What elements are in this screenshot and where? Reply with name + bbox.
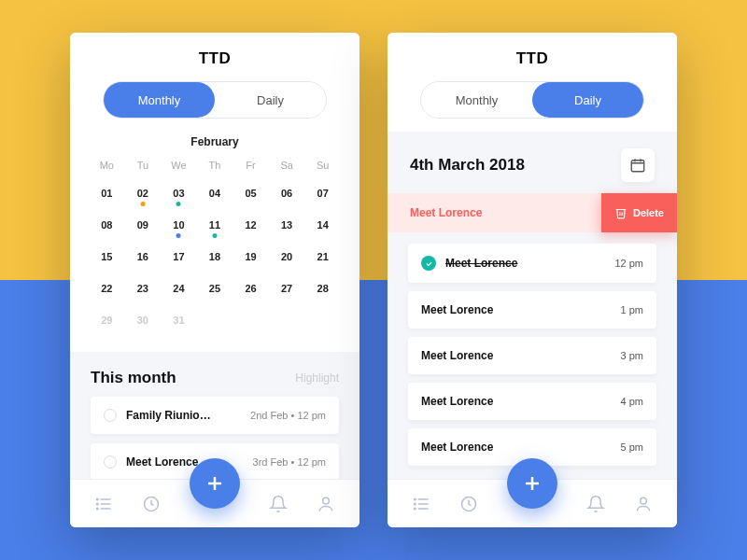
task-time: 3 pm <box>621 350 643 361</box>
svg-point-9 <box>323 497 330 504</box>
calendar-day-cell[interactable]: 23 <box>127 277 160 303</box>
daily-header: 4th March 2018 <box>388 132 677 193</box>
clock-icon <box>459 495 478 513</box>
calendar-day-cell[interactable]: 06 <box>271 182 303 208</box>
calendar-day-cell[interactable]: 15 <box>91 245 123 272</box>
daily-screen: TTD Monthly Daily 4th March 2018 Meet Lo… <box>388 33 677 527</box>
calendar-weekday-label: Sa <box>271 160 303 176</box>
calendar-day-cell[interactable]: 12 <box>234 214 267 240</box>
svg-point-21 <box>414 508 416 510</box>
task-time: 12 pm <box>614 258 643 269</box>
daily-toggle-button[interactable]: Daily <box>532 82 643 118</box>
bell-icon <box>269 495 288 513</box>
nav-bell-button[interactable] <box>585 494 606 514</box>
list-icon <box>94 495 113 513</box>
event-card[interactable]: Family Riunio…2nd Feb • 12 pm <box>91 397 339 434</box>
calendar-day-cell[interactable]: 02 <box>127 182 160 208</box>
calendar-day-cell[interactable]: 16 <box>127 245 160 272</box>
task-title: Meet Lorence <box>445 257 517 270</box>
open-calendar-button[interactable] <box>621 148 655 182</box>
event-meta: 2nd Feb • 12 pm <box>250 410 326 421</box>
calendar-day-cell[interactable]: 03 <box>162 182 195 208</box>
calendar-day-cell[interactable]: 11 <box>199 214 232 240</box>
nav-bell-button[interactable] <box>268 494 289 514</box>
event-dot-icon <box>176 233 181 238</box>
calendar-day-cell[interactable]: 10 <box>162 214 195 240</box>
event-title: Meet Lorence <box>126 455 198 469</box>
calendar-day-cell[interactable]: 26 <box>234 277 267 303</box>
calendar-day-cell[interactable]: 31 <box>162 309 195 335</box>
delete-label: Delete <box>633 207 664 218</box>
swipe-task-title: Meet Lorence <box>388 193 601 232</box>
calendar-day-cell[interactable]: 18 <box>199 245 232 272</box>
nav-profile-button[interactable] <box>633 494 654 514</box>
bell-icon <box>586 495 605 513</box>
calendar-day-cell[interactable]: 01 <box>91 182 123 208</box>
calendar-day-cell[interactable]: 30 <box>127 309 160 335</box>
nav-profile-button[interactable] <box>316 494 336 514</box>
delete-button[interactable]: Delete <box>601 193 677 232</box>
event-dot-icon <box>140 202 145 206</box>
svg-rect-10 <box>631 161 644 172</box>
task-list: Meet Lorence12 pmMeet Lorence1 pmMeet Lo… <box>388 244 677 466</box>
calendar-weekday-label: We <box>162 160 195 176</box>
view-toggle: Monthly Daily <box>103 81 327 119</box>
calendar-day-cell[interactable]: 17 <box>162 245 195 272</box>
task-time: 5 pm <box>621 441 643 453</box>
calendar-day-cell[interactable]: 24 <box>162 277 195 303</box>
calendar-day-cell[interactable]: 05 <box>234 182 267 208</box>
calendar-day-cell[interactable]: 04 <box>199 182 232 208</box>
app-logo: TTD <box>406 49 658 68</box>
calendar-day-cell[interactable]: 09 <box>127 214 160 240</box>
svg-point-19 <box>414 498 416 500</box>
event-meta: 3rd Feb • 12 pm <box>253 456 326 468</box>
nav-list-button[interactable] <box>93 494 114 514</box>
task-title: Meet Lorence <box>421 349 493 362</box>
user-icon <box>634 495 653 513</box>
svg-point-23 <box>641 497 647 504</box>
event-dot-icon <box>176 202 181 206</box>
app-logo: TTD <box>89 49 341 68</box>
task-card[interactable]: Meet Lorence1 pm <box>408 291 656 329</box>
calendar-weekday-label: Tu <box>127 160 160 176</box>
header: TTD Monthly Daily <box>70 33 359 132</box>
nav-clock-button[interactable] <box>458 494 479 514</box>
task-card[interactable]: Meet Lorence4 pm <box>408 383 656 420</box>
swipe-task-row[interactable]: Meet Lorence Delete <box>388 193 677 232</box>
user-icon <box>317 495 335 513</box>
task-card[interactable]: Meet Lorence12 pm <box>408 244 656 283</box>
calendar-day-cell[interactable]: 21 <box>306 245 339 272</box>
calendar-day-cell[interactable]: 14 <box>306 214 339 240</box>
svg-point-20 <box>414 503 416 505</box>
monthly-toggle-button[interactable]: Monthly <box>104 82 215 118</box>
calendar-day-cell[interactable]: 22 <box>91 277 123 303</box>
section-subtitle: Highlight <box>295 371 339 385</box>
calendar-day-cell[interactable]: 13 <box>271 214 303 240</box>
task-card[interactable]: Meet Lorence3 pm <box>408 337 656 374</box>
calendar-grid: MoTuWeThFrSaSu01020304050607080910111213… <box>91 160 339 335</box>
task-check-done-icon <box>421 256 436 271</box>
view-toggle: Monthly Daily <box>420 81 644 119</box>
calendar-weekday-label: Su <box>306 160 339 176</box>
task-title: Meet Lorence <box>421 441 493 454</box>
calendar-day-cell[interactable]: 27 <box>271 277 303 303</box>
add-button[interactable] <box>190 458 240 509</box>
calendar-day-cell[interactable]: 07 <box>306 182 339 208</box>
monthly-toggle-button[interactable]: Monthly <box>421 82 532 118</box>
calendar-day-cell[interactable]: 20 <box>271 245 303 272</box>
plus-icon <box>521 472 543 495</box>
calendar-day-cell[interactable]: 29 <box>91 309 123 335</box>
nav-list-button[interactable] <box>411 494 431 514</box>
calendar-day-cell[interactable]: 25 <box>199 277 232 303</box>
daily-date-label: 4th March 2018 <box>410 156 525 175</box>
calendar-weekday-label: Fr <box>234 160 267 176</box>
section-header: This month Highlight <box>70 352 359 397</box>
monthly-screen: TTD Monthly Daily February MoTuWeThFrSaS… <box>70 33 359 527</box>
add-button[interactable] <box>507 458 557 509</box>
calendar-day-cell[interactable]: 08 <box>91 214 123 240</box>
daily-toggle-button[interactable]: Daily <box>215 82 326 118</box>
calendar-day-cell[interactable]: 28 <box>306 277 339 303</box>
nav-clock-button[interactable] <box>141 494 162 514</box>
calendar-day-cell[interactable]: 19 <box>234 245 267 272</box>
task-time: 1 pm <box>621 304 643 315</box>
